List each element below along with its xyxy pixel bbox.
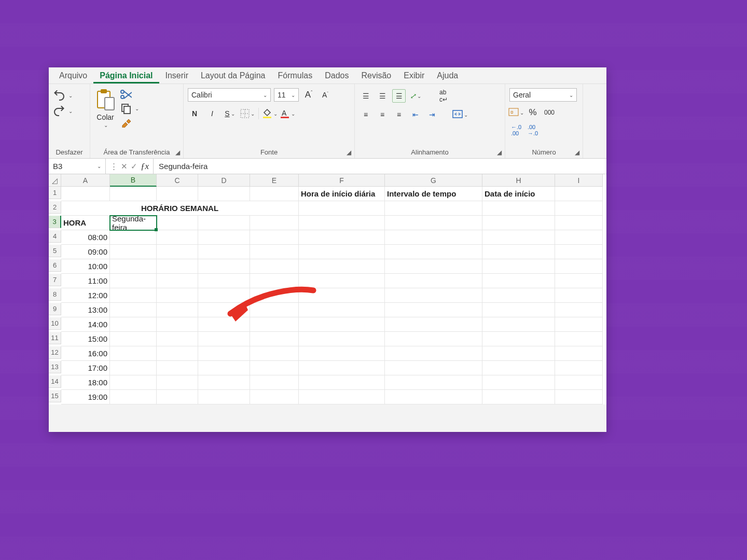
cell[interactable] [198,375,250,390]
cell[interactable]: 19:00 [61,390,110,404]
row-header[interactable]: 9 [49,303,61,315]
font-dialog-launcher-icon[interactable]: ◢ [345,149,352,156]
cell[interactable] [482,230,555,245]
merge-center-button[interactable]: ⌄ [453,108,467,121]
row-header[interactable]: 11 [49,332,61,344]
cell[interactable] [299,230,385,245]
cell[interactable] [198,361,250,375]
cell[interactable] [385,390,482,404]
formula-content[interactable]: Segunda-feira [154,162,213,171]
cell[interactable] [299,259,385,274]
cell[interactable] [299,303,385,317]
cell[interactable] [198,274,250,288]
font-color-button[interactable]: A ⌄ [281,107,294,120]
cell[interactable] [157,274,198,288]
row-header[interactable]: 7 [49,274,61,286]
cell[interactable] [61,187,110,201]
number-dialog-launcher-icon[interactable]: ◢ [573,149,580,156]
cell[interactable] [555,346,603,361]
cell[interactable] [385,201,482,216]
underline-button[interactable]: S⌄ [223,107,237,120]
cell[interactable] [157,346,198,361]
cell[interactable] [198,230,250,245]
cell[interactable] [110,245,157,259]
cell[interactable] [482,375,555,390]
cell[interactable] [555,303,603,317]
col-header-B[interactable]: B [110,174,157,187]
cell[interactable] [555,187,603,201]
tab-dados[interactable]: Dados [319,68,355,83]
row-header[interactable]: 4 [49,230,61,243]
cell[interactable] [157,361,198,375]
cell[interactable] [299,274,385,288]
col-header-I[interactable]: I [555,174,603,187]
cell[interactable] [482,361,555,375]
name-box[interactable]: B3 ⌄ [49,159,106,174]
cell[interactable] [555,332,603,346]
cell[interactable] [250,361,299,375]
cell[interactable] [157,390,198,404]
cell[interactable] [250,332,299,346]
accept-formula-button[interactable]: ✓ [131,162,137,171]
cell[interactable] [198,390,250,404]
cell[interactable] [250,259,299,274]
cell[interactable] [250,390,299,404]
cell[interactable] [555,274,603,288]
format-painter-button[interactable] [120,116,139,128]
increase-decimal-button[interactable]: ←.0.00 [509,123,523,137]
cell[interactable] [482,346,555,361]
font-size-select[interactable]: 11⌄ [274,88,299,102]
cell[interactable] [250,230,299,245]
cell[interactable] [250,346,299,361]
cell[interactable] [385,317,482,332]
cell[interactable] [250,216,299,230]
cell[interactable] [110,375,157,390]
cell[interactable]: Intervalo de tempo [385,187,482,201]
cell[interactable] [157,259,198,274]
cell[interactable] [110,317,157,332]
cell[interactable] [157,375,198,390]
cell[interactable] [299,361,385,375]
cell[interactable]: 11:00 [61,274,110,288]
row-header[interactable]: 13 [49,361,61,373]
cell[interactable] [385,346,482,361]
cell[interactable] [110,390,157,404]
cell[interactable] [385,259,482,274]
cell[interactable] [198,259,250,274]
cell[interactable] [482,259,555,274]
cell[interactable] [198,346,250,361]
cell[interactable] [157,288,198,303]
cell[interactable] [198,288,250,303]
row-header[interactable]: 15 [49,390,61,402]
clipboard-dialog-launcher-icon[interactable]: ◢ [174,149,181,156]
row-header[interactable]: 10 [49,317,61,330]
cell[interactable] [110,332,157,346]
cell[interactable] [482,274,555,288]
cell[interactable]: 18:00 [61,375,110,390]
cell[interactable] [250,317,299,332]
tab-arquivo[interactable]: Arquivo [53,68,93,83]
col-header-D[interactable]: D [198,174,250,187]
cell[interactable] [555,317,603,332]
row-header[interactable]: 2 [49,201,61,214]
decrease-indent-button[interactable]: ⇤ [409,108,422,121]
tab-pagina-inicial[interactable]: Página Inicial [93,68,159,83]
cell[interactable]: 14:00 [61,317,110,332]
cell[interactable] [157,332,198,346]
align-right-button[interactable]: ≡ [392,108,406,121]
row-header[interactable]: 1 [49,187,61,199]
cell[interactable] [110,259,157,274]
bold-button[interactable]: N [188,107,201,120]
cell[interactable] [110,187,157,201]
cell[interactable] [299,375,385,390]
align-bottom-button[interactable]: ☰ [392,89,406,103]
cell[interactable] [299,346,385,361]
col-header-G[interactable]: G [385,174,482,187]
col-header-F[interactable]: F [299,174,385,187]
row-header[interactable]: 6 [49,259,61,272]
cell[interactable] [482,201,555,216]
copy-button[interactable]: ⌄ [120,103,139,114]
cell[interactable]: 13:00 [61,303,110,317]
cell[interactable] [157,303,198,317]
align-middle-button[interactable]: ☰ [376,89,389,103]
